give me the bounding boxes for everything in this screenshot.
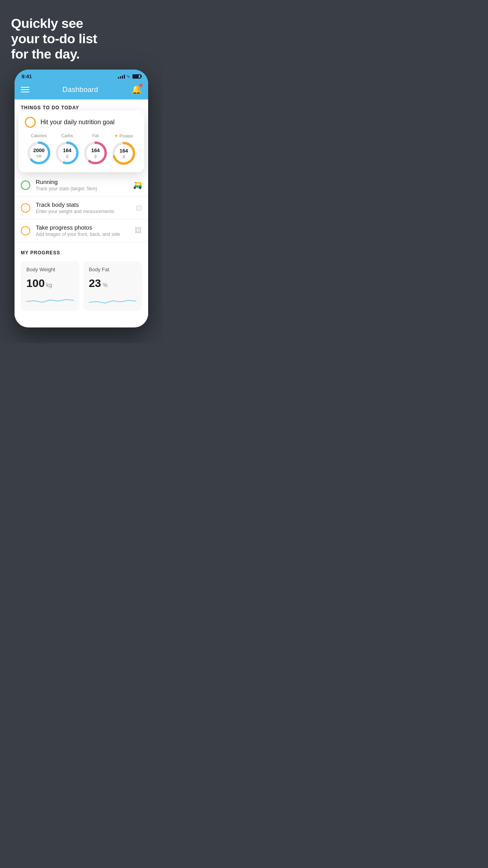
calories-label: Calories — [31, 133, 47, 138]
calories-value: 2000 — [33, 148, 45, 154]
todo-item-running[interactable]: Running Track your stats (target: 5km) 🛺 — [15, 174, 148, 197]
todo-subtitle-running: Track your stats (target: 5km) — [36, 186, 128, 191]
phone-frame: 9:41 ∿ — [15, 70, 148, 327]
weight-chart — [26, 294, 74, 305]
star-icon: ★ — [114, 133, 118, 138]
weight-card-title: Body Weight — [26, 267, 74, 272]
notification-button[interactable]: 🔔 — [131, 85, 142, 95]
carbs-value: 164 — [63, 148, 72, 154]
page-background: Quickly seeyour to-do listfor the day. 9… — [0, 0, 163, 343]
header-title: Dashboard — [62, 86, 98, 94]
hero-section: Quickly seeyour to-do listfor the day. — [0, 0, 163, 70]
todo-text-running: Running Track your stats (target: 5km) — [36, 178, 128, 191]
app-header: Dashboard 🔔 — [15, 81, 148, 99]
nutrition-calories: Calories 2000 cal — [26, 133, 51, 166]
carbs-label: Carbs — [61, 133, 73, 138]
nutrition-carbs: Carbs 164 g — [55, 133, 80, 166]
calories-donut: 2000 cal — [26, 140, 51, 166]
fat-card-title: Body Fat — [89, 267, 136, 272]
nutrition-fat: Fat 164 g — [83, 133, 108, 166]
fat-label: Fat — [92, 133, 99, 138]
hero-title: Quickly seeyour to-do listfor the day. — [11, 16, 152, 62]
app-content: THINGS TO DO TODAY Hit your daily nutrit… — [15, 99, 148, 327]
protein-value: 164 — [119, 149, 128, 154]
fat-percent-value: 23 — [89, 277, 101, 290]
progress-card-weight[interactable]: Body Weight 100 kg — [21, 261, 79, 311]
protein-unit: g — [119, 154, 128, 158]
todo-title-body-stats: Track body stats — [36, 201, 130, 208]
todo-list: Running Track your stats (target: 5km) 🛺… — [15, 174, 148, 242]
protein-label: ★ Protein — [114, 133, 133, 138]
nutrition-card-title: Hit your daily nutrition goal — [40, 119, 115, 126]
progress-cards: Body Weight 100 kg — [21, 261, 142, 311]
todo-subtitle-photos: Add images of your front, back, and side — [36, 232, 129, 237]
todo-title-running: Running — [36, 178, 128, 185]
status-bar: 9:41 ∿ — [15, 70, 148, 81]
weight-unit: kg — [46, 282, 52, 288]
fat-percent-unit: % — [103, 282, 107, 288]
todo-circle-photos — [21, 226, 30, 235]
protein-donut: 164 g — [111, 141, 136, 166]
card-title-row: Hit your daily nutrition goal — [25, 117, 138, 128]
status-icons: ∿ — [118, 74, 141, 79]
calories-unit: cal — [33, 154, 45, 158]
nutrition-protein: ★ Protein 164 g — [111, 133, 136, 166]
fat-value-row: 23 % — [89, 277, 136, 290]
todo-text-photos: Take progress photos Add images of your … — [36, 224, 129, 237]
fat-donut: 164 g — [83, 140, 108, 166]
weight-value: 100 — [26, 277, 45, 290]
todo-item-body-stats[interactable]: Track body stats Enter your weight and m… — [15, 197, 148, 219]
fat-chart — [89, 294, 136, 305]
photo-icon: 🖼 — [135, 226, 142, 235]
weight-value-row: 100 kg — [26, 277, 74, 290]
fat-unit: g — [91, 154, 100, 158]
todo-text-body-stats: Track body stats Enter your weight and m… — [36, 201, 130, 214]
progress-card-fat[interactable]: Body Fat 23 % — [83, 261, 142, 311]
nutrition-card[interactable]: Hit your daily nutrition goal Calories — [18, 110, 144, 172]
status-time: 9:41 — [22, 74, 32, 79]
notification-badge — [139, 84, 143, 87]
phone-mockup: 9:41 ∿ — [15, 70, 148, 327]
progress-header: MY PROGRESS — [21, 250, 142, 256]
signal-icon — [118, 74, 125, 79]
todo-title-photos: Take progress photos — [36, 224, 129, 231]
wifi-icon: ∿ — [127, 74, 130, 79]
nutrition-grid: Calories 2000 cal — [25, 133, 138, 166]
todo-subtitle-body-stats: Enter your weight and measurements — [36, 209, 130, 214]
scale-icon: ⊡ — [136, 204, 142, 212]
menu-button[interactable] — [21, 87, 29, 92]
todo-item-photos[interactable]: Take progress photos Add images of your … — [15, 219, 148, 242]
todo-circle-body-stats — [21, 203, 30, 213]
todo-circle-running — [21, 180, 30, 190]
fat-value: 164 — [91, 148, 100, 154]
progress-section: MY PROGRESS Body Weight 100 kg — [15, 242, 148, 317]
task-circle-nutrition — [25, 117, 36, 128]
carbs-donut: 164 g — [55, 140, 80, 166]
battery-icon — [132, 74, 141, 79]
running-icon: 🛺 — [133, 181, 142, 189]
carbs-unit: g — [63, 154, 72, 158]
